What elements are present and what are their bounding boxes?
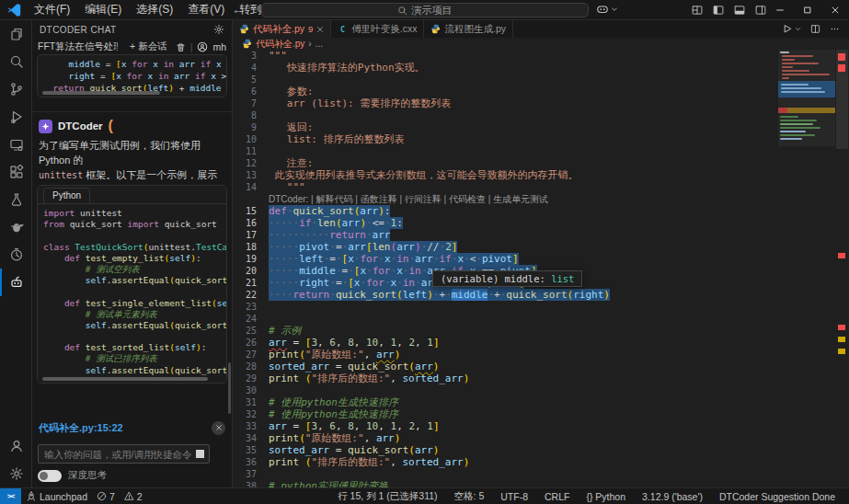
run-icon[interactable]: [782, 24, 792, 34]
tooltip-sep: :: [539, 273, 551, 284]
status-encoding[interactable]: UTF-8: [496, 490, 533, 503]
source-control-icon: [9, 82, 24, 97]
close-circle-icon[interactable]: [212, 421, 225, 435]
chat-input[interactable]: [38, 444, 210, 464]
activity-item-run-debug[interactable]: [0, 103, 31, 131]
code-block-header: Python: [38, 186, 226, 204]
session-dropdown[interactable]: FFT算法在信号处理中...: [38, 40, 118, 53]
editor-layout-icon[interactable]: [692, 5, 703, 16]
line-content: [257, 301, 269, 313]
line-content: 快速排序算法的Python实现。: [257, 62, 425, 74]
minimize-icon[interactable]: [766, 0, 794, 19]
timer-icon: [9, 247, 24, 262]
code-line: 36print ("排序后的数组:", sorted_arr): [233, 456, 777, 468]
gear-icon: [9, 466, 24, 481]
editor-tab[interactable]: 代码补全.py9: [233, 20, 331, 38]
ide-window: 文件(F)编辑(E)选择(S)查看(V)转到(G)··· ← → 演示项目: [0, 0, 849, 504]
remote-indicator[interactable]: ><: [0, 488, 21, 504]
line-content: ····return·quick_sort(left)·+·middle·+·q…: [257, 289, 610, 301]
breadcrumb[interactable]: 代码补全.py › ...: [233, 38, 849, 50]
activity-item-timer[interactable]: [0, 241, 31, 269]
toggle-sidebar-icon[interactable]: [713, 5, 724, 16]
tab-bar: 代码补全.py9C傅里叶变换.cxx流程图生成.py: [233, 20, 849, 38]
status-errors[interactable]: 7: [92, 491, 120, 502]
hover-tooltip: (variable) middle: list: [432, 270, 582, 287]
code-line: 10 list: 排序后的整数列表: [233, 133, 777, 145]
code-line: right = [x for x in arr if x > pivo: [38, 70, 226, 82]
status-indentation[interactable]: 空格: 5: [450, 490, 489, 503]
status-right: 行 15, 列 1 (已选择311)空格: 5UTF-8CRLF{} Pytho…: [333, 490, 849, 503]
code-language-tab[interactable]: Python: [43, 188, 90, 203]
activity-item-dtcoder-chat[interactable]: [0, 269, 31, 296]
arrow-left-icon[interactable]: ←: [232, 3, 244, 17]
codelens-actions[interactable]: DTCoder: | 解释代码 | 函数注释 | 行间注释 | 代码检查 | 生…: [269, 194, 548, 204]
status-warnings[interactable]: 2: [120, 491, 147, 502]
minimap[interactable]: [778, 50, 835, 169]
line-number: 16: [233, 217, 257, 229]
line-number: 30: [233, 384, 257, 396]
account-badge-icon[interactable]: [197, 41, 208, 52]
status-language-mode[interactable]: {} Python: [581, 490, 630, 503]
sidebar-scrollbar[interactable]: [228, 362, 231, 414]
maximize-icon[interactable]: [794, 0, 821, 19]
stop-square-icon[interactable]: [196, 450, 204, 458]
line-number: 26: [233, 337, 257, 349]
line-content: # 使用python生成快速排序: [257, 396, 398, 408]
menu-item[interactable]: 编辑(E): [78, 0, 128, 19]
menu-item[interactable]: 文件(F): [28, 0, 76, 19]
editor-tab[interactable]: C傅里叶变换.cxx: [331, 20, 424, 38]
line-content: ·····pivot·=·arr[len(arr)·//·2]: [257, 241, 457, 253]
activity-item-extensions[interactable]: [0, 158, 31, 186]
status-cursor-position[interactable]: 行 15, 列 1 (已选择311): [333, 490, 442, 503]
activity-item-remote-explorer[interactable]: [0, 131, 31, 158]
status-eol[interactable]: CRLF: [540, 490, 574, 503]
close-icon[interactable]: [821, 0, 849, 19]
activity-item-accounts[interactable]: [0, 432, 31, 460]
activity-item-search[interactable]: [0, 48, 31, 75]
tab-label: 流程图生成.py: [444, 23, 506, 36]
line-content: [257, 74, 269, 86]
activity-item-testing[interactable]: [0, 186, 31, 213]
context-file-link[interactable]: 代码补全.py:15:22: [39, 421, 123, 435]
code-line: import unittest: [43, 208, 226, 219]
account-name: mh: [212, 41, 226, 52]
line-number: 9: [233, 121, 257, 133]
vscode-logo-icon: [7, 3, 22, 17]
new-session-button[interactable]: + 新会话: [130, 40, 167, 53]
toggle-panel-icon[interactable]: [734, 5, 745, 16]
activity-item-teapot[interactable]: [0, 213, 31, 241]
copilot-menu[interactable]: [596, 3, 618, 16]
line-number: 10: [233, 133, 257, 145]
toggle-secondary-sidebar-icon[interactable]: [755, 5, 766, 16]
context-chip-row: 代码补全.py:15:22: [39, 419, 225, 436]
status-launchpad[interactable]: Launchpad: [21, 491, 92, 502]
activity-item-source-control[interactable]: [0, 75, 31, 103]
trash-icon[interactable]: [176, 42, 186, 52]
editor-code-area[interactable]: 3"""4 快速排序算法的Python实现。56 参数:7 arr (list)…: [233, 50, 777, 487]
line-content: [257, 109, 269, 121]
status-dtcoder-status[interactable]: DTCoder Suggestion Done: [715, 490, 840, 503]
split-editor-icon[interactable]: [810, 24, 820, 34]
more-icon[interactable]: [830, 24, 840, 34]
chevron-down-icon[interactable]: [795, 26, 801, 32]
line-number: 34: [233, 432, 257, 444]
status-python-interpreter[interactable]: 3.12.9 ('base'): [637, 490, 707, 503]
activity-item-settings[interactable]: [0, 460, 31, 487]
line-number: 25: [233, 325, 257, 337]
menu-item[interactable]: 查看(V): [181, 0, 231, 19]
gear-icon[interactable]: [213, 24, 224, 35]
divider: [32, 111, 232, 112]
editor-tab[interactable]: 流程图生成.py: [424, 20, 513, 38]
teapot-icon: [9, 220, 24, 235]
code-line: [43, 331, 226, 342]
line-number: 18: [233, 241, 257, 253]
horizontal-scrollbar[interactable]: [42, 91, 160, 95]
close-icon[interactable]: [316, 26, 324, 33]
line-content: """: [257, 181, 305, 193]
overview-ruler[interactable]: [835, 50, 849, 487]
activity-item-explorer[interactable]: [0, 20, 31, 48]
deep-think-toggle[interactable]: [38, 470, 62, 482]
menu-item[interactable]: 选择(S): [130, 0, 179, 19]
horizontal-scrollbar[interactable]: [42, 377, 208, 381]
command-center-search[interactable]: 演示项目: [261, 3, 589, 17]
